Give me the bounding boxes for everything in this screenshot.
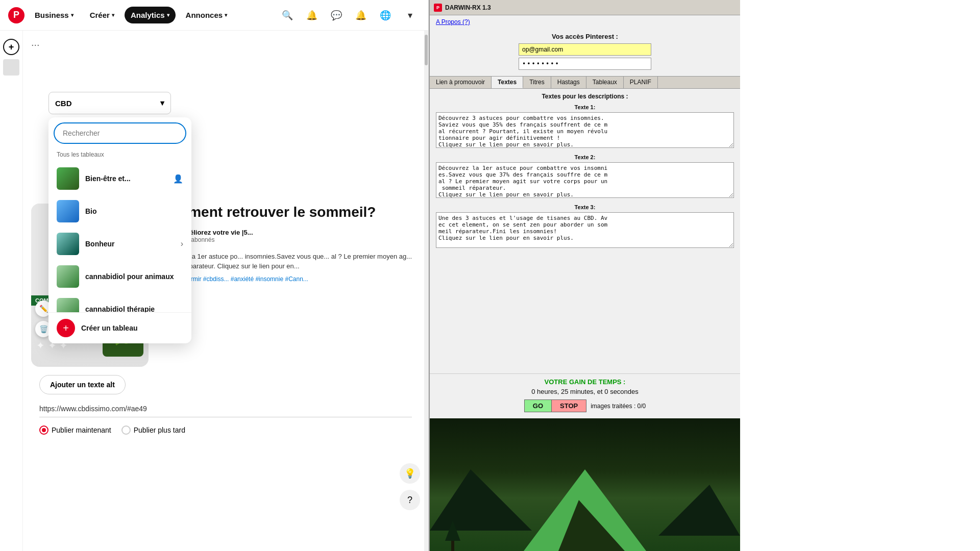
add-button[interactable]: + bbox=[3, 39, 19, 55]
board-thumb-bien-etre bbox=[57, 167, 79, 190]
nav-annonces[interactable]: Annonces ▾ bbox=[180, 7, 234, 23]
darwin-logo-icon: P bbox=[434, 4, 442, 12]
all-boards-label: Tous les tableaux bbox=[48, 149, 191, 162]
darwin-about-link[interactable]: A Propos (?) bbox=[430, 15, 740, 29]
board-selector-area: CBD ▾ Tous les tableaux Bien-être et... … bbox=[48, 92, 423, 114]
tab-hastags[interactable]: Hastags bbox=[551, 77, 586, 88]
gain-value: 0 heures, 25 minutes, et 0 secondes bbox=[436, 388, 734, 395]
more-button[interactable]: ▾ bbox=[400, 5, 420, 26]
business-chevron-icon: ▾ bbox=[71, 12, 74, 18]
search-button[interactable]: 🔍 bbox=[277, 5, 298, 26]
board-search-input[interactable] bbox=[54, 122, 186, 144]
content-title: Textes pour les descriptions : bbox=[436, 93, 734, 100]
tree-top bbox=[445, 520, 460, 541]
text-block-2-textarea[interactable] bbox=[436, 162, 734, 198]
scrollbar-thumb[interactable] bbox=[425, 35, 428, 65]
tree-left bbox=[445, 520, 460, 551]
tab-planif[interactable]: PLANIF bbox=[624, 77, 658, 88]
top-nav: P Business ▾ Créer ▾ Analytics ▾ Annonce… bbox=[0, 0, 428, 31]
pinterest-panel: P Business ▾ Créer ▾ Analytics ▾ Annonce… bbox=[0, 0, 429, 551]
sub-board-chevron-icon: › bbox=[181, 239, 183, 248]
board-item-bien-etre[interactable]: Bien-être et... 👤 bbox=[48, 162, 191, 195]
go-button[interactable]: GO bbox=[524, 399, 552, 412]
publish-now-radio[interactable] bbox=[39, 425, 48, 435]
text-block-1-label: Texte 1: bbox=[436, 104, 734, 110]
publish-options: Publier maintenant Publier plus tard bbox=[39, 425, 412, 435]
gain-title: VOTRE GAIN DE TEMPS : bbox=[436, 378, 734, 386]
nav-analytics[interactable]: Analytics ▾ bbox=[125, 7, 176, 23]
notifications-button[interactable]: 🔔 bbox=[302, 5, 322, 26]
board-dropdown-trigger[interactable]: CBD ▾ bbox=[48, 92, 171, 114]
board-item-bio[interactable]: Bio bbox=[48, 195, 191, 228]
board-thumb-bonheur bbox=[57, 233, 79, 255]
annonces-chevron-icon: ▾ bbox=[225, 12, 227, 18]
board-thumb-cannabidiol-therapie bbox=[57, 298, 79, 312]
messages-button[interactable]: 💬 bbox=[326, 5, 347, 26]
nav-business[interactable]: Business ▾ bbox=[29, 7, 80, 23]
tab-lien[interactable]: Lien à promouvoir bbox=[430, 77, 492, 88]
action-icons: 💡 ? bbox=[400, 463, 420, 510]
board-item-cannabidiol-therapie[interactable]: cannabidiol thérapie bbox=[48, 293, 191, 312]
pin-right-panel: Comment retrouver le sommeil? 🌿 Améliore… bbox=[157, 204, 420, 367]
images-status: images traitées : 0/0 bbox=[591, 403, 646, 410]
text-block-3-label: Texte 3: bbox=[436, 204, 734, 210]
mountain-right bbox=[658, 485, 740, 536]
publish-later-radio[interactable] bbox=[121, 425, 131, 435]
analytics-chevron-icon: ▾ bbox=[167, 12, 169, 18]
board-list: Tous les tableaux Bien-être et... 👤 Bio bbox=[48, 149, 191, 312]
left-sidebar: + bbox=[0, 31, 23, 551]
creer-chevron-icon: ▾ bbox=[112, 12, 114, 18]
bottom-section: Ajouter un texte alt Publier maintenant … bbox=[31, 375, 420, 451]
main-content: + ··· CBD ▾ Tous les tableaux bbox=[0, 31, 428, 551]
board-search-popup: Tous les tableaux Bien-être et... 👤 Bio bbox=[48, 117, 191, 343]
board-thumb-cannabidiol-animaux bbox=[57, 265, 79, 288]
gain-section: VOTRE GAIN DE TEMPS : 0 heures, 25 minut… bbox=[430, 373, 740, 418]
url-input[interactable] bbox=[39, 400, 412, 417]
dots-menu[interactable]: ··· bbox=[31, 39, 420, 51]
password-input[interactable] bbox=[519, 58, 651, 70]
darwin-title: DARWIN-RX 1.3 bbox=[445, 4, 491, 11]
darwin-panel: P DARWIN-RX 1.3 A Propos (?) Vos accès P… bbox=[429, 0, 740, 551]
tab-textes[interactable]: Textes bbox=[492, 77, 523, 88]
board-search-wrap bbox=[48, 117, 191, 149]
darwin-titlebar: P DARWIN-RX 1.3 bbox=[430, 0, 740, 15]
text-block-3-textarea[interactable] bbox=[436, 212, 734, 248]
tree-trunk bbox=[451, 541, 454, 551]
alt-text-button[interactable]: Ajouter un texte alt bbox=[39, 375, 126, 394]
pin-tags: #naturel #dormir #cbdiss... #anxiété #in… bbox=[157, 276, 420, 283]
password-row bbox=[436, 58, 734, 70]
board-thumb-bio bbox=[57, 200, 79, 222]
darwin-content: Textes pour les descriptions : Texte 1: … bbox=[430, 89, 740, 373]
tab-titres[interactable]: Titres bbox=[523, 77, 551, 88]
pinterest-logo[interactable]: P bbox=[8, 7, 24, 23]
create-board-item[interactable]: + Créer un tableau bbox=[48, 312, 191, 343]
access-section-title: Vos accès Pinterest : bbox=[436, 33, 734, 40]
tab-tableaux[interactable]: Tableaux bbox=[586, 77, 624, 88]
board-dropdown-chevron-icon: ▾ bbox=[160, 98, 164, 108]
scrollbar[interactable] bbox=[424, 31, 428, 551]
sidebar-thumbnail-1[interactable] bbox=[3, 59, 19, 76]
pin-author: 🌿 Améliorez votre vie |5... 174 abonnés bbox=[157, 227, 420, 245]
bulb-icon-button[interactable]: 💡 bbox=[400, 463, 420, 484]
publish-later-option[interactable]: Publier plus tard bbox=[121, 425, 185, 435]
board-item-bonheur[interactable]: Bonheur › bbox=[48, 228, 191, 260]
language-button[interactable]: 🌐 bbox=[375, 5, 396, 26]
nav-creer[interactable]: Créer ▾ bbox=[84, 7, 120, 23]
text-block-1-textarea[interactable] bbox=[436, 112, 734, 148]
board-item-cannabidiol-animaux[interactable]: cannabidiol pour animaux bbox=[48, 260, 191, 293]
pin-main-title: Comment retrouver le sommeil? bbox=[157, 204, 420, 221]
publish-now-option[interactable]: Publier maintenant bbox=[39, 425, 111, 435]
pin-description: Découvrez la 1er astuce po... insomnies.… bbox=[157, 252, 420, 271]
email-row bbox=[436, 43, 734, 56]
tent-shadow bbox=[558, 500, 625, 551]
help-icon-button[interactable]: ? bbox=[400, 490, 420, 510]
pin-editor: ··· CBD ▾ Tous les tableaux bbox=[23, 31, 428, 551]
darwin-tabs: Lien à promouvoir Textes Titres Hastags … bbox=[430, 76, 740, 89]
alerts-button[interactable]: 🔔 bbox=[351, 5, 371, 26]
stop-button[interactable]: STOP bbox=[551, 399, 586, 412]
go-stop-row: GO STOP images traitées : 0/0 bbox=[436, 399, 734, 412]
shared-icon: 👤 bbox=[173, 174, 183, 184]
email-input[interactable] bbox=[519, 43, 651, 56]
create-board-icon: + bbox=[57, 319, 75, 337]
darwin-body: A Propos (?) Vos accès Pinterest : Lien … bbox=[430, 15, 740, 551]
